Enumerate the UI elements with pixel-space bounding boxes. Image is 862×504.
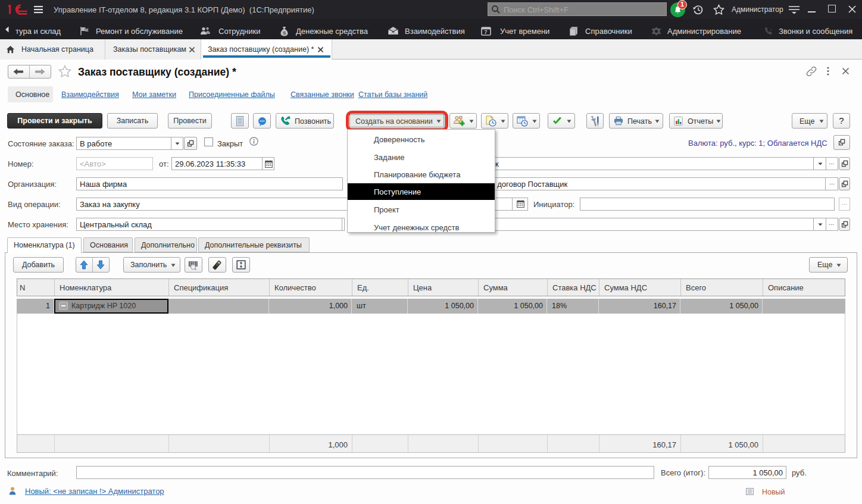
svg-text:S: S [283,30,286,36]
svg-text:7: 7 [485,29,488,35]
